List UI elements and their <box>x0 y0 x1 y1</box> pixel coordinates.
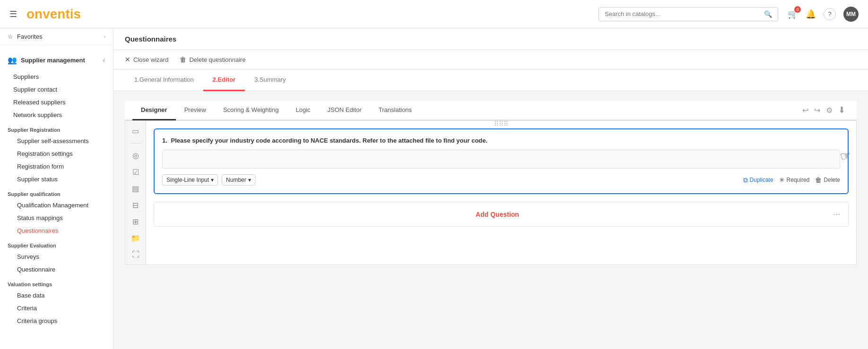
delete-icon: 🗑 <box>815 176 822 184</box>
sidebar-item-criteria-groups[interactable]: Criteria groups <box>0 315 113 327</box>
duplicate-icon: ⧉ <box>743 176 748 184</box>
cart-badge: 0 <box>794 6 801 13</box>
tab-summary[interactable]: 3.Summary <box>245 69 295 91</box>
required-label: Required <box>787 177 810 183</box>
toolbar-icon-checkbox[interactable]: ☑ <box>132 168 139 177</box>
supplier-management-label: Supplier management <box>21 57 98 64</box>
tab-json-editor[interactable]: JSON Editor <box>319 101 370 120</box>
sidebar-item-questionnaire[interactable]: Questionnaire <box>0 263 113 276</box>
redo-icon[interactable]: ↪ <box>814 106 820 115</box>
avatar[interactable]: MM <box>843 7 859 22</box>
notifications-icon[interactable]: 🔔 <box>806 9 816 19</box>
question-type-selects: Single-Line Input ▾ Number ▾ <box>162 174 255 186</box>
chevron-down-icon: ∨ <box>102 58 105 63</box>
delete-questionnaire-button[interactable]: 🗑 Delete questionnaire <box>180 56 245 63</box>
question-number-select[interactable]: Number ▾ <box>222 174 255 186</box>
drag-handle-icon[interactable]: ⠿⠿⠿ <box>494 120 508 128</box>
sidebar-items-qualification: Qualification Management Status mappings… <box>0 199 113 237</box>
required-button[interactable]: ✳ Required <box>779 176 810 184</box>
toolbar-icon-folder[interactable]: 📁 <box>131 234 140 243</box>
sidebar-item-criteria[interactable]: Criteria <box>0 302 113 315</box>
question-area: ⠿⠿⠿ 1. Please specify your industry code… <box>146 121 856 264</box>
toolbar-icon-minus[interactable]: ▭ <box>132 127 139 136</box>
add-question-label: Add Question <box>162 211 833 218</box>
import-icon[interactable]: ⬇ <box>838 105 845 115</box>
header-icons: 🛒 0 🔔 ? MM <box>788 7 859 22</box>
search-bar[interactable]: 🔍 <box>599 7 778 21</box>
tab-editor[interactable]: 2.Editor <box>203 69 245 91</box>
favorites-label: Favorites <box>17 33 100 40</box>
logo: onventis <box>26 7 81 22</box>
tab-logic[interactable]: Logic <box>287 101 319 120</box>
editor-tab-icons: ↩ ↪ ⚙ ⬇ <box>799 101 849 119</box>
close-wizard-label: Close wizard <box>133 56 168 63</box>
sidebar-favorites[interactable]: ☆ Favorites › <box>0 28 113 45</box>
sidebar-item-qualification-management[interactable]: Qualification Management <box>0 199 113 212</box>
top-header: ☰ onventis 🔍 🛒 0 🔔 ? MM <box>0 0 868 28</box>
undo-icon[interactable]: ↩ <box>802 106 808 115</box>
sidebar-group-registration: Supplier Registration <box>0 121 113 135</box>
logo-ventis: ventis <box>43 7 81 21</box>
tab-scoring-weighting[interactable]: Scoring & Weighting <box>215 101 287 120</box>
delete-questionnaire-label: Delete questionnaire <box>189 56 245 63</box>
sidebar-item-self-assessments[interactable]: Supplier self-assessments <box>0 135 113 147</box>
sidebar-items-valuation: Base data Criteria Criteria groups <box>0 289 113 327</box>
sidebar-item-supplier-contact[interactable]: Supplier contact <box>0 83 113 96</box>
sidebar-item-questionnaires[interactable]: Questionnaires <box>0 224 113 237</box>
left-toolbar: ▭ ◎ ☑ ▤ ⊟ ⊞ 📁 ⛶ <box>125 121 146 264</box>
editor-tabs: Designer Preview Scoring & Weighting Log… <box>125 101 857 120</box>
sidebar-item-base-data[interactable]: Base data <box>0 289 113 302</box>
logo-on: on <box>26 7 43 21</box>
duplicate-button[interactable]: ⧉ Duplicate <box>743 176 773 184</box>
toolbar-icon-list[interactable]: ▤ <box>132 184 139 193</box>
add-question-bar[interactable]: Add Question ⋯ <box>154 202 849 227</box>
question-input-area[interactable] <box>162 150 840 169</box>
sidebar-item-suppliers[interactable]: Suppliers <box>0 70 113 83</box>
question-body: Please specify your industry code accord… <box>171 137 487 144</box>
sidebar: ☆ Favorites › 👥 Supplier management ∨ Su… <box>0 28 113 349</box>
sidebar-items-level1: Suppliers Supplier contact Released supp… <box>0 70 113 121</box>
search-input[interactable] <box>605 10 764 17</box>
logo-text: onventis <box>26 7 81 22</box>
main-layout: ☆ Favorites › 👥 Supplier management ∨ Su… <box>0 28 868 349</box>
type2-label: Number <box>226 177 246 183</box>
content-area: Questionnaires ✕ Close wizard 🗑 Delete q… <box>113 28 868 349</box>
toolbar-icon-grid[interactable]: ⊞ <box>132 217 139 226</box>
toolbar-icon-multiline[interactable]: ⊟ <box>132 201 139 210</box>
tab-preview[interactable]: Preview <box>176 101 215 120</box>
delete-label: Delete <box>824 177 840 183</box>
sidebar-item-released-suppliers[interactable]: Released suppliers <box>0 96 113 109</box>
toolbar-icon-radio[interactable]: ◎ <box>132 151 139 160</box>
sidebar-item-registration-form[interactable]: Registration form <box>0 160 113 173</box>
hamburger-menu[interactable]: ☰ <box>9 9 17 19</box>
tab-designer[interactable]: Designer <box>132 101 176 120</box>
sidebar-items-registration: Supplier self-assessments Registration s… <box>0 135 113 186</box>
tab-general-information[interactable]: 1.General Information <box>125 69 203 91</box>
close-wizard-button[interactable]: ✕ Close wizard <box>125 56 168 63</box>
type1-label: Single-Line Input <box>166 177 209 183</box>
question-type-select[interactable]: Single-Line Input ▾ <box>162 174 218 186</box>
sidebar-item-surveys[interactable]: Surveys <box>0 250 113 263</box>
type1-dropdown-icon: ▾ <box>211 177 214 183</box>
toolbar-icon-expand[interactable]: ⛶ <box>132 250 139 259</box>
supplier-icon: 👥 <box>8 56 17 65</box>
toolbar-divider <box>130 143 141 144</box>
sidebar-item-supplier-status[interactable]: Supplier status <box>0 173 113 186</box>
tab-translations[interactable]: Translations <box>370 101 420 120</box>
question-number: 1. <box>162 137 167 144</box>
delete-button[interactable]: 🗑 Delete <box>815 176 840 184</box>
question-text: 1. Please specify your industry code acc… <box>162 137 840 144</box>
sidebar-item-registration-settings[interactable]: Registration settings <box>0 147 113 160</box>
help-icon[interactable]: ? <box>824 8 836 20</box>
search-icon: 🔍 <box>764 10 772 18</box>
sidebar-item-status-mappings[interactable]: Status mappings <box>0 212 113 224</box>
cart-icon[interactable]: 🛒 0 <box>788 9 798 19</box>
more-options-icon[interactable]: ⋯ <box>833 210 841 219</box>
sidebar-supplier-management-section: 👥 Supplier management ∨ <box>0 45 113 70</box>
sidebar-supplier-management-header[interactable]: 👥 Supplier management ∨ <box>8 52 105 68</box>
sidebar-item-network-suppliers[interactable]: Network suppliers <box>0 109 113 121</box>
close-icon: ✕ <box>125 56 130 63</box>
type2-dropdown-icon: ▾ <box>248 177 251 183</box>
step-tabs: 1.General Information 2.Editor 3.Summary <box>113 69 868 91</box>
settings-icon[interactable]: ⚙ <box>826 106 833 115</box>
